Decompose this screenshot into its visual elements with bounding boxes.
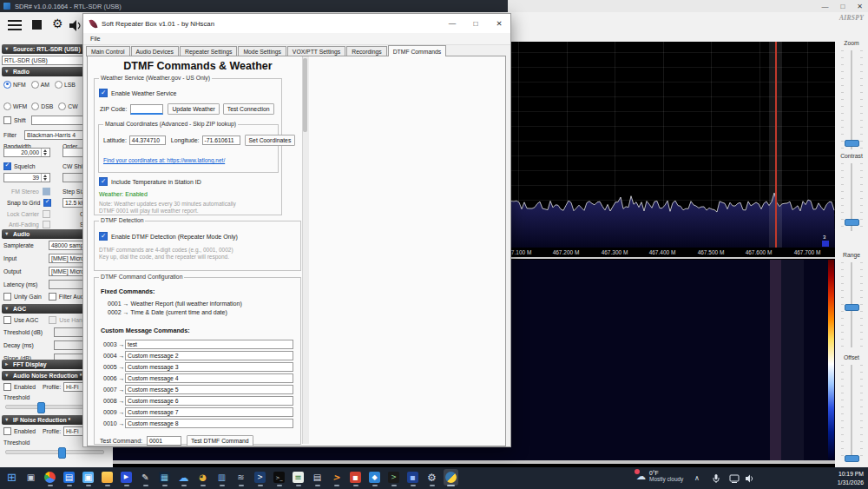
gear-icon[interactable]: ⚙ <box>52 17 63 30</box>
filter-audio-checkbox[interactable] <box>49 293 56 301</box>
menu-file[interactable]: File <box>90 35 101 43</box>
waterfall-signal-stripe <box>770 260 781 464</box>
tray-display[interactable] <box>729 467 740 489</box>
taskbar-icon-script-tool[interactable]: ▤ <box>310 469 325 486</box>
custom-message-input-0008[interactable]: Custom message 6 <box>125 396 293 406</box>
longitude-input[interactable]: -71.610611 <box>202 135 240 145</box>
custom-message-input-0009[interactable]: Custom message 7 <box>125 407 293 417</box>
shift-checkbox[interactable] <box>3 116 11 124</box>
taskbar-icon-pen[interactable]: ✎ <box>138 469 153 486</box>
bandwidth-input[interactable]: 20,000 <box>3 148 50 157</box>
taskbar-icon-swoosh-app[interactable]: ≋ <box>233 469 248 486</box>
zoom-slider[interactable] <box>851 50 852 149</box>
taskbar-icon-start[interactable]: ⊞ <box>4 469 19 486</box>
taskbar-icon-task-view[interactable]: ▣ <box>23 469 38 486</box>
tray-microphone[interactable] <box>712 467 720 489</box>
stop-icon[interactable] <box>32 20 42 30</box>
taskbar-icon-powershell[interactable]: > <box>253 469 267 486</box>
contrast-slider-thumb[interactable] <box>845 219 859 226</box>
dialog-scrollbar-thumb[interactable] <box>303 58 307 132</box>
fm-stereo-checkbox[interactable] <box>43 188 50 195</box>
unity-gain-checkbox[interactable] <box>3 293 11 301</box>
use-agc-checkbox[interactable] <box>3 316 11 324</box>
latitude-input[interactable]: 44.374710 <box>129 135 166 145</box>
tuned-frequency-line[interactable] <box>775 42 777 248</box>
coordinates-link[interactable]: Find your coordinates at: https://www.la… <box>103 157 225 163</box>
sdr-minimize-button[interactable]: — <box>821 3 828 10</box>
dialog-close-button[interactable]: ✕ <box>490 16 509 31</box>
taskbar-icon-store[interactable]: ▤ <box>62 469 76 486</box>
tray-speaker[interactable] <box>745 467 755 489</box>
radio-wfm[interactable] <box>3 102 11 110</box>
audio-nr-threshold-slider-thumb[interactable] <box>37 402 45 413</box>
taskbar-icon-orange-app[interactable]: > <box>329 469 344 486</box>
custom-message-input-0004[interactable]: Custom message 2 <box>125 351 293 360</box>
test-connection-button[interactable]: Test Connection <box>223 103 274 115</box>
taskbar-icon-media-blue[interactable]: ▪ <box>405 469 420 486</box>
taskbar-icon-command-prompt[interactable]: >_ <box>272 469 286 486</box>
radio-dsb[interactable] <box>31 102 39 110</box>
if-nr-threshold-slider[interactable] <box>5 450 104 454</box>
anti-fading-label: Anti-Fading <box>9 221 39 228</box>
taskbar-icon-red-app[interactable]: ▪ <box>348 469 363 486</box>
taskbar-weather[interactable]: ☁ 0°F Mostly cloudy <box>636 470 683 482</box>
dialog-maximize-button[interactable]: □ <box>466 16 485 31</box>
custom-message-input-0006[interactable]: Custom message 4 <box>125 373 293 383</box>
radio-am[interactable] <box>31 81 39 89</box>
taskbar-icon-gallery[interactable]: ▦ <box>157 469 172 486</box>
taskbar-icon-movies[interactable]: ▶ <box>119 469 134 486</box>
zip-code-input[interactable] <box>130 104 163 115</box>
custom-message-input-0007[interactable]: Custom message 5 <box>125 385 293 394</box>
taskbar-icon-notepad[interactable]: ≡ <box>291 469 306 486</box>
custom-message-input-0003[interactable]: test <box>125 340 293 349</box>
offset-slider[interactable] <box>851 365 852 462</box>
update-weather-button[interactable]: Update Weather <box>168 103 219 115</box>
speaker-icon[interactable] <box>69 19 82 35</box>
use-hang-checkbox[interactable] <box>49 316 56 324</box>
sdr-close-button[interactable]: ✕ <box>857 3 863 10</box>
snap-to-grid-checkbox[interactable] <box>43 199 51 207</box>
taskbar-icon-photos[interactable]: ▣ <box>81 469 95 486</box>
taskbar-clock[interactable]: 10:19 PM 1/31/2026 <box>838 470 864 486</box>
menu-icon[interactable] <box>8 20 22 30</box>
test-command-input[interactable]: 0001 <box>147 436 181 446</box>
taskbar-icon-chrome[interactable] <box>43 469 57 486</box>
tray-chevron[interactable]: ∧ <box>694 467 700 489</box>
taskbar-icon-python-app[interactable] <box>444 469 458 486</box>
enable-dtmf-checkbox[interactable] <box>99 232 108 241</box>
squelch-label: Squelch <box>14 163 36 169</box>
chrome-icon <box>44 472 56 483</box>
squelch-checkbox[interactable] <box>3 162 11 170</box>
gallery-icon: ▦ <box>159 472 170 483</box>
enable-weather-checkbox[interactable] <box>99 89 108 97</box>
lock-carrier-checkbox[interactable] <box>43 210 50 218</box>
taskbar-icon-swirl-app[interactable]: ◕ <box>195 469 210 486</box>
anti-fading-checkbox[interactable] <box>43 221 50 228</box>
taskbar-icon-terminal[interactable]: > <box>386 469 401 486</box>
zoom-slider-thumb[interactable] <box>845 140 859 147</box>
test-dtmf-command-button[interactable]: Test DTMF Command <box>187 435 253 446</box>
taskbar-icon-settings[interactable]: ⚙ <box>424 469 439 486</box>
custom-message-input-0010[interactable]: Custom message 8 <box>125 419 293 428</box>
custom-message-input-0005[interactable]: Custom message 3 <box>125 362 293 372</box>
custom-command-row: 0004 → Custom message 2 <box>103 351 293 360</box>
radio-nfm[interactable] <box>3 81 11 89</box>
include-temp-checkbox[interactable] <box>99 177 108 186</box>
taskbar-icon-file-explorer[interactable] <box>100 469 115 486</box>
radio-lsb[interactable] <box>55 81 62 89</box>
taskbar-icon-devices-app[interactable]: ▥ <box>214 469 229 486</box>
taskbar-icon-vscode[interactable]: ◆ <box>367 469 382 486</box>
offset-slider-thumb[interactable] <box>845 455 859 462</box>
taskbar-icon-onedrive[interactable]: ☁ <box>176 469 191 486</box>
audio-nr-enabled-checkbox[interactable] <box>3 383 11 391</box>
squelch-input[interactable]: 39 <box>3 173 50 182</box>
tab-dtmf-commands[interactable]: DTMF Commands <box>388 45 447 56</box>
sdr-maximize-button[interactable]: □ <box>840 3 845 10</box>
radio-cw[interactable] <box>58 102 66 110</box>
if-nr-enabled-checkbox[interactable] <box>3 427 11 435</box>
dialog-minimize-button[interactable]: — <box>443 16 462 31</box>
range-slider-thumb[interactable] <box>845 304 859 311</box>
set-coordinates-button[interactable]: Set Coordinates <box>245 135 296 146</box>
if-nr-threshold-slider-thumb[interactable] <box>58 447 66 459</box>
freq-label-467-500: 467.500 M <box>698 249 725 255</box>
